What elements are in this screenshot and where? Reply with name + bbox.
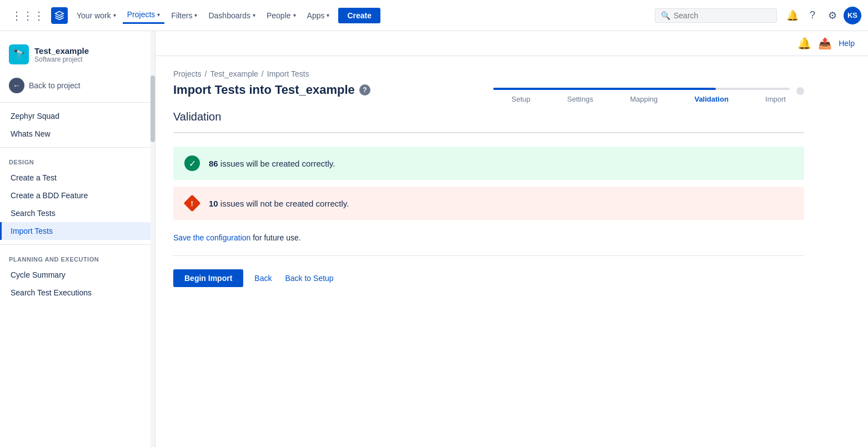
create-button[interactable]: Create (338, 8, 380, 23)
validation-error-box: ! 10 issues will not be created correctl… (173, 187, 804, 220)
back-arrow-icon: ← (9, 78, 24, 93)
breadcrumb-sep: / (205, 69, 207, 78)
project-name: Test_example (34, 46, 89, 56)
sidebar-item-search-tests[interactable]: Search Tests (0, 204, 155, 222)
action-buttons: Begin Import Back Back to Setup (173, 269, 804, 287)
page-title: Import Tests into Test_example ? (173, 83, 370, 97)
progress-line (493, 88, 790, 90)
project-type: Software project (34, 56, 89, 63)
chevron-down-icon: ▾ (327, 12, 329, 18)
sidebar-item-cycle-summary[interactable]: Cycle Summary (0, 266, 155, 284)
top-navigation: ⋮⋮⋮ Your work ▾ Projects ▾ Filters ▾ Das… (0, 0, 868, 31)
export-icon[interactable]: 📤 (818, 37, 832, 50)
breadcrumb-sep: / (262, 69, 264, 78)
success-check-icon: ✓ (184, 155, 200, 171)
step-mapping[interactable]: Mapping (625, 95, 662, 103)
search-input[interactable] (674, 11, 771, 20)
nav-filters[interactable]: Filters ▾ (167, 8, 202, 23)
back-to-project[interactable]: ← Back to project (0, 73, 155, 98)
sidebar-item-import-tests[interactable]: Import Tests (0, 222, 155, 240)
step-import[interactable]: Import (761, 95, 790, 103)
search-icon: 🔍 (661, 11, 670, 20)
progress-fill (493, 88, 716, 90)
divider (0, 147, 155, 148)
chevron-down-icon: ▾ (253, 12, 255, 18)
page-title-help-icon[interactable]: ? (359, 84, 370, 96)
project-header: 🔭 Test_example Software project (0, 40, 155, 73)
sidebar-item-search-executions[interactable]: Search Test Executions (0, 284, 155, 302)
chevron-down-icon: ▾ (293, 12, 296, 18)
bell-icon[interactable]: 🔔 (797, 37, 811, 50)
nav-people[interactable]: People ▾ (262, 8, 300, 23)
nav-dashboards[interactable]: Dashboards ▾ (204, 8, 260, 23)
project-icon: 🔭 (9, 44, 29, 64)
error-count: 10 (209, 199, 218, 208)
section-validation: Validation (173, 111, 804, 133)
title-progress-row: Import Tests into Test_example ? (173, 83, 804, 111)
topnav-icons: 🔔 ? ⚙ KS (784, 7, 861, 24)
divider (0, 102, 155, 103)
save-config-text: Save the configuration for future use. (173, 233, 804, 242)
step-validation[interactable]: Validation (690, 95, 732, 103)
nav-your-work[interactable]: Your work ▾ (72, 8, 121, 23)
sidebar-item-zephyr-squad[interactable]: Zephyr Squad (0, 107, 155, 125)
success-count: 86 (209, 159, 218, 168)
chevron-down-icon: ▾ (194, 12, 197, 18)
help-icon[interactable]: ? (804, 7, 821, 24)
scrollbar-thumb[interactable] (150, 76, 155, 142)
breadcrumb-test-example[interactable]: Test_example (210, 69, 258, 78)
scrollbar-track (150, 31, 155, 447)
sidebar-section-planning: PLANNING AND EXECUTION (0, 249, 155, 266)
nav-projects[interactable]: Projects ▾ (123, 7, 165, 24)
progress-steps-container: Setup Settings Mapping Validation Import (493, 83, 804, 103)
sidebar-section-design: DESIGN (0, 152, 155, 169)
notifications-icon[interactable]: 🔔 (784, 7, 801, 24)
breadcrumb-current: Import Tests (267, 69, 309, 78)
nav-apps[interactable]: Apps ▾ (303, 8, 334, 23)
save-config-link[interactable]: Save the configuration (173, 233, 250, 242)
grid-menu-icon[interactable]: ⋮⋮⋮ (7, 4, 49, 27)
main-content: 🔔 📤 Help Projects / Test_example / Impor… (155, 31, 868, 447)
help-bar: 🔔 📤 Help (155, 31, 868, 56)
avatar[interactable]: KS (844, 7, 861, 24)
content-divider (173, 255, 804, 256)
back-to-setup-button[interactable]: Back to Setup (283, 269, 335, 287)
breadcrumb: Projects / Test_example / Import Tests (173, 69, 804, 78)
sidebar: 🔭 Test_example Software project ← Back t… (0, 31, 155, 447)
error-diamond-icon: ! (184, 195, 200, 211)
search-box: 🔍 (655, 8, 777, 23)
page-layout: 🔭 Test_example Software project ← Back t… (0, 31, 868, 447)
success-text: 86 issues will be created correctly. (209, 159, 335, 168)
begin-import-button[interactable]: Begin Import (173, 269, 243, 287)
validation-success-box: ✓ 86 issues will be created correctly. (173, 147, 804, 180)
progress-dot-import (796, 87, 804, 95)
main-inner: Projects / Test_example / Import Tests I… (155, 56, 822, 300)
error-text: 10 issues will not be created correctly. (209, 199, 349, 208)
step-setup[interactable]: Setup (507, 95, 535, 103)
back-button[interactable]: Back (252, 269, 274, 287)
jira-logo[interactable] (51, 7, 68, 24)
help-link[interactable]: Help (839, 39, 855, 48)
settings-icon[interactable]: ⚙ (824, 7, 841, 24)
breadcrumb-projects[interactable]: Projects (173, 69, 202, 78)
sidebar-item-create-test[interactable]: Create a Test (0, 169, 155, 187)
sidebar-item-whats-new[interactable]: Whats New (0, 125, 155, 143)
progress-steps-labels: Setup Settings Mapping Validation Import (493, 95, 804, 103)
divider (0, 244, 155, 245)
chevron-down-icon: ▾ (157, 12, 160, 18)
sidebar-item-create-bdd[interactable]: Create a BDD Feature (0, 187, 155, 204)
step-settings[interactable]: Settings (563, 95, 598, 103)
chevron-down-icon: ▾ (113, 12, 116, 18)
